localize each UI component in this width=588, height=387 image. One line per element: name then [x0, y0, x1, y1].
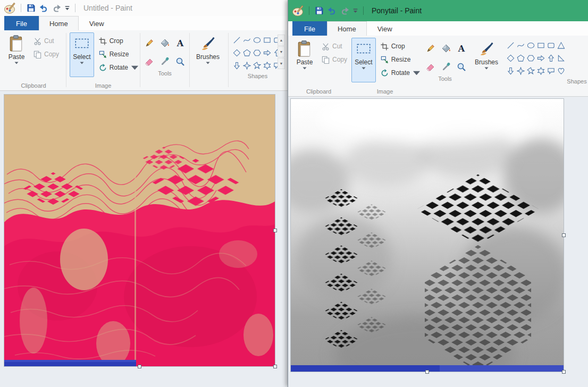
resize-button[interactable]: Resize — [99, 49, 139, 59]
select-button[interactable]: Select — [351, 38, 376, 82]
shapes-scroll-down-button[interactable]: ▼ — [278, 46, 285, 57]
group-label-tools: Tools — [140, 70, 189, 78]
selection-handle-bottom[interactable] — [425, 370, 429, 374]
save-button[interactable] — [26, 3, 36, 13]
tab-home[interactable]: Home — [327, 21, 367, 36]
brushes-button[interactable]: Brushes — [193, 32, 223, 77]
text-icon — [175, 38, 185, 48]
shape-arrow-down-button[interactable] — [232, 60, 242, 71]
select-button[interactable]: Select — [70, 32, 94, 77]
shapes-more-button[interactable]: ▼ — [278, 58, 285, 69]
shape-star5-button[interactable] — [526, 65, 536, 77]
pencil-tool-button[interactable] — [423, 40, 438, 56]
tab-view[interactable]: View — [79, 16, 115, 30]
shape-diamond-button[interactable] — [232, 47, 242, 58]
shapes-scroll-up-button[interactable]: ▲ — [278, 35, 285, 46]
save-button[interactable] — [314, 6, 324, 15]
shape-star6-button[interactable] — [536, 65, 546, 77]
text-tool-button[interactable] — [454, 40, 468, 56]
paste-button[interactable]: Paste — [4, 32, 29, 77]
pencil-tool-button[interactable] — [142, 35, 156, 51]
crop-label: Crop — [391, 43, 405, 50]
artwork-grayscale — [291, 99, 564, 372]
shape-pentagon-button[interactable] — [242, 47, 252, 58]
shape-star6-button[interactable] — [262, 60, 272, 71]
shape-curve-button[interactable] — [242, 34, 252, 46]
canvas[interactable] — [291, 99, 564, 372]
text-tool-button[interactable] — [173, 35, 187, 51]
selection-handle-right[interactable] — [273, 229, 277, 232]
group-label-clipboard: Clipboard — [289, 88, 348, 96]
shape-rounded-rectangle-button[interactable] — [546, 39, 556, 51]
line-icon — [233, 36, 241, 44]
titlebar[interactable]: Untitled - Paint — [0, 0, 288, 16]
customize-quick-access-button[interactable] — [64, 5, 70, 11]
shape-right-triangle-button[interactable] — [556, 52, 566, 64]
redo-button[interactable] — [340, 6, 350, 15]
shape-triangle-button[interactable] — [556, 39, 566, 51]
shape-diamond-button[interactable] — [506, 52, 516, 64]
scissors-icon — [33, 37, 41, 45]
shape-star4-button[interactable] — [516, 65, 526, 77]
brushes-button[interactable]: Brushes — [472, 38, 501, 82]
shape-curve-button[interactable] — [516, 39, 526, 51]
crop-button[interactable]: Crop — [381, 41, 421, 51]
undo-button[interactable] — [327, 6, 337, 15]
magnifier-tool-button[interactable] — [173, 53, 187, 70]
cut-button[interactable]: Cut — [33, 36, 59, 46]
tab-home[interactable]: Home — [39, 16, 79, 30]
tab-file[interactable]: File — [4, 16, 39, 30]
copy-button[interactable]: Copy — [322, 55, 347, 64]
shape-hexagon-button[interactable] — [252, 47, 262, 58]
copy-label: Copy — [44, 51, 59, 58]
group-label-tools: Tools — [422, 75, 468, 83]
shape-star5-button[interactable] — [252, 60, 262, 71]
shape-line-button[interactable] — [232, 34, 242, 46]
color-picker-tool-button[interactable] — [439, 58, 453, 75]
paste-button[interactable]: Paste — [292, 38, 317, 82]
redo-button[interactable] — [52, 3, 62, 13]
selection-handle-right[interactable] — [562, 233, 566, 237]
cut-label: Cut — [44, 37, 54, 45]
triangle-icon — [557, 41, 565, 49]
shape-pentagon-button[interactable] — [516, 52, 526, 64]
cut-button[interactable]: Cut — [322, 41, 347, 51]
shape-hexagon-button[interactable] — [526, 52, 536, 64]
shape-rectangle-button[interactable] — [536, 39, 546, 51]
color-picker-tool-button[interactable] — [157, 53, 172, 70]
copy-button[interactable]: Copy — [33, 49, 59, 59]
fill-tool-button[interactable] — [157, 35, 172, 51]
eraser-tool-button[interactable] — [423, 58, 438, 75]
canvas[interactable] — [4, 95, 275, 366]
shape-star4-button[interactable] — [242, 60, 252, 71]
shape-arrow-down-button[interactable] — [506, 65, 516, 77]
shape-arrow-right-button[interactable] — [262, 47, 272, 58]
selection-handle-bottom[interactable] — [138, 365, 141, 368]
shapes-group: Shapes — [502, 36, 588, 96]
pentagon-icon — [243, 49, 251, 57]
selection-handle-corner[interactable] — [562, 370, 566, 374]
titlebar[interactable]: Ponytail - Paint — [288, 0, 588, 21]
crop-button[interactable]: Crop — [99, 36, 139, 46]
customize-quick-access-button[interactable] — [352, 8, 358, 14]
rotate-button[interactable]: Rotate — [381, 68, 421, 78]
shape-callout-button[interactable] — [546, 65, 556, 77]
rotate-button[interactable]: Rotate — [99, 63, 139, 72]
shape-line-button[interactable] — [506, 39, 516, 51]
tab-file[interactable]: File — [292, 21, 327, 36]
shape-arrow-right-button[interactable] — [536, 52, 546, 64]
artwork-pink — [4, 95, 275, 366]
selection-handle-corner[interactable] — [273, 365, 277, 368]
shape-arrow-up-button[interactable] — [546, 52, 556, 64]
magnifier-tool-button[interactable] — [454, 58, 468, 75]
tab-view[interactable]: View — [367, 21, 403, 36]
eraser-tool-button[interactable] — [142, 53, 156, 70]
shape-rectangle-button[interactable] — [262, 34, 272, 46]
shape-oval-button[interactable] — [526, 39, 536, 51]
resize-button[interactable]: Resize — [381, 55, 421, 64]
fill-tool-button[interactable] — [439, 40, 453, 56]
hexagon-icon — [253, 49, 261, 57]
shape-oval-button[interactable] — [252, 34, 262, 46]
shape-heart-button[interactable] — [556, 65, 566, 77]
undo-button[interactable] — [39, 3, 49, 13]
